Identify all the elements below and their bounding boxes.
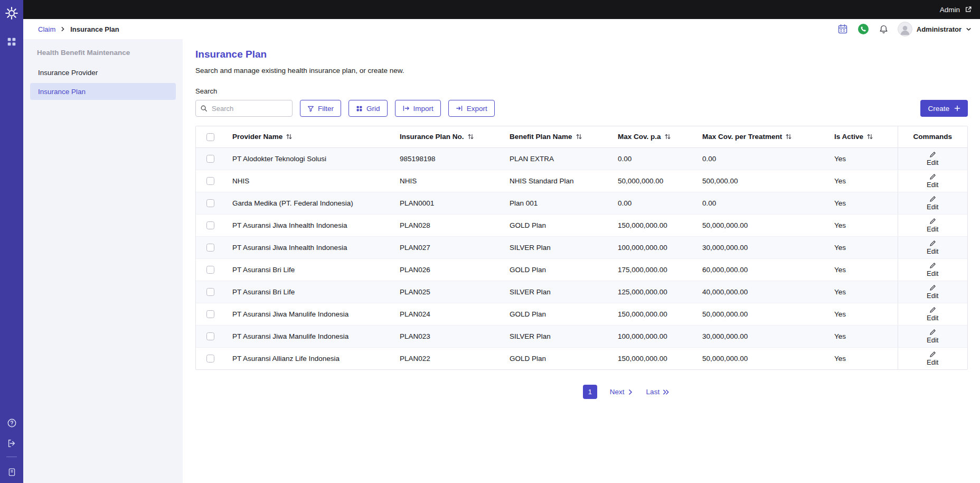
import-button[interactable]: Import [395, 100, 441, 117]
avatar-icon [898, 22, 912, 36]
pencil-icon [929, 284, 936, 291]
row-checkbox-cell [196, 303, 225, 325]
grid-button-label: Grid [366, 105, 380, 113]
calendar-icon[interactable] [837, 24, 848, 34]
pencil-icon [929, 262, 936, 269]
sort-arrows-icon[interactable] [286, 133, 293, 140]
select-all-cell [196, 126, 225, 147]
sort-arrows-icon[interactable] [467, 133, 474, 140]
last-label: Last [646, 388, 660, 396]
page-header: Claim Insurance Plan [23, 19, 980, 39]
column-label: Commands [913, 133, 952, 141]
cell-insurance-plan-no: PLAN025 [392, 281, 502, 303]
external-link-icon[interactable] [965, 6, 972, 13]
row-checkbox-cell [196, 236, 225, 258]
create-button[interactable]: Create [920, 100, 968, 117]
row-checkbox-cell [196, 214, 225, 236]
search-input[interactable] [195, 100, 293, 117]
cell-is-active: Yes [827, 147, 898, 170]
grid-button[interactable]: Grid [348, 100, 388, 117]
row-checkbox[interactable] [206, 266, 214, 274]
cell-max-cov-pa: 150,000,000.00 [610, 347, 695, 369]
sidebar-item-insurance-plan[interactable]: Insurance Plan [30, 83, 176, 100]
column-max-cov-per-treatment[interactable]: Max Cov. per Treatment [695, 126, 827, 147]
table-row: PT Alodokter Teknologi Solusi 985198198 … [196, 147, 967, 170]
export-button[interactable]: Export [448, 100, 495, 117]
edit-button[interactable]: Edit [927, 261, 938, 278]
edit-button[interactable]: Edit [927, 217, 938, 234]
whatsapp-icon[interactable] [857, 23, 870, 35]
edit-button[interactable]: Edit [927, 194, 938, 211]
row-checkbox[interactable] [206, 199, 214, 207]
cell-benefit-plan-name: SILVER Plan [502, 236, 610, 258]
row-checkbox[interactable] [206, 332, 214, 340]
table-row: PT Asuransi Jiwa Inhealth Indonesia PLAN… [196, 236, 967, 258]
import-icon [402, 105, 410, 112]
cell-commands: Edit [898, 347, 967, 369]
edit-button[interactable]: Edit [927, 172, 938, 189]
row-checkbox[interactable] [206, 355, 214, 363]
edit-label: Edit [927, 203, 938, 211]
sort-arrows-icon[interactable] [785, 133, 792, 140]
import-button-label: Import [413, 105, 434, 113]
bell-icon[interactable] [879, 24, 889, 34]
sidebar-item-insurance-provider[interactable]: Insurance Provider [30, 64, 176, 81]
row-checkbox-cell [196, 192, 225, 214]
pencil-icon [929, 329, 936, 336]
cell-is-active: Yes [827, 236, 898, 258]
cell-insurance-plan-no: PLAN022 [392, 347, 502, 369]
cell-insurance-plan-no: 985198198 [392, 147, 502, 170]
breadcrumb-claim[interactable]: Claim [38, 25, 55, 33]
column-provider-name[interactable]: Provider Name [225, 126, 392, 147]
cell-max-cov-pa: 150,000,000.00 [610, 214, 695, 236]
filter-button[interactable]: Filter [300, 100, 341, 117]
row-checkbox[interactable] [206, 244, 214, 252]
cell-commands: Edit [898, 281, 967, 303]
search-section-label: Search [195, 87, 968, 95]
edit-button[interactable]: Edit [927, 305, 938, 322]
column-insurance-plan-no[interactable]: Insurance Plan No. [392, 126, 502, 147]
row-checkbox-cell [196, 325, 225, 347]
cell-commands: Edit [898, 303, 967, 325]
edit-button[interactable]: Edit [927, 350, 938, 367]
table-row: PT Asuransi Bri Life PLAN025 SILVER Plan… [196, 281, 967, 303]
pencil-icon [929, 240, 936, 247]
breadcrumb-current: Insurance Plan [70, 25, 119, 33]
sort-arrows-icon[interactable] [576, 133, 582, 140]
row-checkbox-cell [196, 258, 225, 281]
column-benefit-plan-name[interactable]: Benefit Plan Name [502, 126, 610, 147]
edit-button[interactable]: Edit [927, 328, 938, 345]
next-page-button[interactable]: Next [610, 388, 634, 396]
cell-benefit-plan-name: GOLD Plan [502, 347, 610, 369]
sort-arrows-icon[interactable] [866, 133, 873, 140]
edit-button[interactable]: Edit [927, 150, 938, 167]
column-commands: Commands [898, 126, 967, 147]
user-menu[interactable]: Administrator [898, 22, 972, 36]
edit-button[interactable]: Edit [927, 283, 938, 300]
select-all-checkbox[interactable] [206, 133, 214, 141]
help-circle-icon[interactable] [7, 418, 17, 428]
column-is-active[interactable]: Is Active [827, 126, 898, 147]
page-number-current[interactable]: 1 [583, 385, 597, 399]
row-checkbox[interactable] [206, 155, 214, 163]
cell-max-cov-per-treatment: 0.00 [695, 192, 827, 214]
pencil-icon [929, 173, 936, 180]
row-checkbox[interactable] [206, 221, 214, 229]
row-checkbox[interactable] [206, 310, 214, 318]
apps-grid-icon[interactable] [7, 37, 16, 49]
last-page-button[interactable]: Last [646, 388, 671, 396]
sort-arrows-icon[interactable] [664, 133, 671, 140]
column-max-cov-pa[interactable]: Max Cov. p.a [610, 126, 695, 147]
edit-button[interactable]: Edit [927, 239, 938, 256]
table-row: PT Asuransi Allianz Life Indonesia PLAN0… [196, 347, 967, 369]
pencil-icon [929, 151, 936, 158]
manual-book-icon[interactable] [7, 468, 16, 477]
page-title: Insurance Plan [195, 49, 968, 60]
filter-funnel-icon [307, 105, 314, 112]
cell-max-cov-pa: 100,000,000.00 [610, 236, 695, 258]
row-checkbox[interactable] [206, 177, 214, 185]
cell-max-cov-per-treatment: 50,000,000.00 [695, 347, 827, 369]
row-checkbox[interactable] [206, 288, 214, 296]
cell-commands: Edit [898, 236, 967, 258]
logout-icon[interactable] [7, 439, 16, 448]
